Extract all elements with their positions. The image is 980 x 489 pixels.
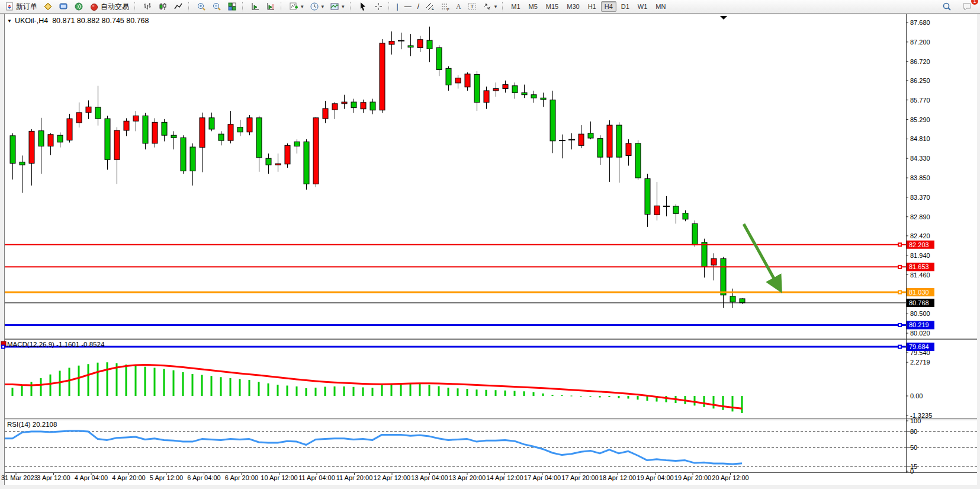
notification-count-badge: 1: [971, 0, 978, 5]
toolbar-separator: [242, 2, 245, 11]
crosshair-icon: [374, 2, 383, 11]
timeframe-button-M30[interactable]: M30: [563, 1, 583, 12]
notifications-button[interactable]: 1: [959, 0, 975, 13]
fibonacci-button[interactable]: F: [438, 0, 453, 13]
new-chart-button[interactable]: ▾: [286, 0, 307, 13]
bar-chart-icon: [143, 2, 152, 11]
autotrading-button[interactable]: 自动交易: [86, 0, 132, 13]
autotrading-icon: [89, 2, 99, 11]
time-axis[interactable]: [5, 472, 977, 484]
chat-bubble-icon: [962, 2, 972, 11]
zoom-out-icon: [212, 2, 221, 11]
text-icon: A: [456, 3, 461, 10]
macd-indicator-label: MACD(12,26,9) -1.1601 -0.8524: [7, 341, 104, 348]
new-order-button[interactable]: 新订单: [2, 0, 40, 13]
auto-scroll-icon: [250, 2, 260, 11]
chart-shift-button[interactable]: [263, 0, 278, 13]
toolbar-separator: [388, 2, 391, 11]
tile-windows-icon: [227, 2, 237, 11]
toolbar-separator: [502, 2, 505, 11]
rsi-pane[interactable]: [5, 420, 906, 472]
cursor-icon: [358, 2, 368, 11]
zoom-in-button[interactable]: [194, 0, 209, 13]
rsi-value: 20.2108: [33, 421, 57, 428]
chart-shift-icon: [266, 2, 275, 11]
timeframe-button-H4[interactable]: H4: [601, 1, 616, 12]
auto-scroll-button[interactable]: [248, 0, 263, 13]
svg-text:F: F: [447, 8, 449, 11]
cursor-button[interactable]: [355, 0, 371, 13]
toolbar-separator: [134, 2, 137, 11]
new-order-icon: [5, 2, 14, 11]
macd-name: MACD(12,26,9): [7, 341, 54, 348]
arrows-icon: [483, 2, 492, 11]
price-axis[interactable]: [907, 14, 977, 472]
text-label-icon: T: [467, 2, 477, 11]
timeframe-button-MN[interactable]: MN: [652, 1, 669, 12]
text-button[interactable]: A: [453, 0, 464, 13]
macd-pane[interactable]: [5, 340, 906, 418]
gold-diamond-icon: [43, 2, 53, 11]
timeframe-button-M15[interactable]: M15: [542, 1, 562, 12]
clock-icon: [310, 2, 319, 11]
broadcast-button[interactable]: [71, 0, 86, 13]
timeframe-button-H1[interactable]: H1: [584, 1, 600, 12]
timeframe-button-W1[interactable]: W1: [634, 1, 651, 12]
zoom-in-icon: [197, 2, 206, 11]
templates-button[interactable]: ▾: [327, 0, 348, 13]
toolbar-separator: [188, 2, 191, 11]
chevron-down-icon: ▾: [322, 4, 324, 9]
macd-values: -1.1601 -0.8524: [56, 341, 104, 348]
search-icon: [942, 2, 952, 11]
window-right-edge: [977, 14, 980, 489]
one-click-trading-arrow[interactable]: ▼: [7, 18, 12, 24]
toolbar-separator: [350, 2, 353, 11]
equidistant-channel-icon: E: [425, 2, 435, 11]
text-label-button[interactable]: T: [464, 0, 480, 13]
bar-chart-button[interactable]: [140, 0, 155, 13]
timeframe-bar: M1M5M15M30H1H4D1W1MN: [507, 1, 669, 12]
svg-text:E: E: [432, 7, 434, 11]
remote-terminal-button[interactable]: [56, 0, 71, 13]
rsi-name: RSI(14): [7, 421, 31, 428]
main-toolbar: 新订单 自动交易 ▾ ▾: [0, 0, 980, 14]
window-bottom-edge: [0, 485, 980, 489]
ohlc-quote-label: 80.871 80.882 80.745 80.768: [52, 17, 149, 25]
svg-text:T: T: [470, 4, 474, 9]
symbol-period-label: UKOil-,H4: [15, 17, 48, 25]
vertical-line-button[interactable]: |: [394, 0, 401, 13]
toolbar-separator: [281, 2, 284, 11]
line-handle-blue-center: [2, 346, 4, 348]
trendline-button[interactable]: /: [415, 0, 422, 13]
equidistant-channel-button[interactable]: E: [422, 0, 438, 13]
horizontal-line-button[interactable]: —: [401, 0, 415, 13]
timeframe-button-M1[interactable]: M1: [507, 1, 523, 12]
search-button[interactable]: [939, 0, 955, 13]
tile-windows-button[interactable]: [224, 0, 240, 13]
crosshair-button[interactable]: [371, 0, 386, 13]
fibonacci-icon: F: [441, 2, 450, 11]
candlestick-chart-icon: [158, 2, 168, 11]
remote-terminal-icon: [59, 2, 68, 11]
zoom-out-button[interactable]: [209, 0, 224, 13]
line-chart-button[interactable]: [171, 0, 186, 13]
main-chart-pane[interactable]: [5, 14, 906, 338]
trendline-icon: /: [417, 3, 419, 10]
timeframe-button-M5[interactable]: M5: [525, 1, 541, 12]
autotrading-label: 自动交易: [101, 2, 129, 12]
timeframe-button-D1[interactable]: D1: [618, 1, 633, 12]
line-chart-icon: [173, 2, 183, 11]
candlestick-chart-button[interactable]: [155, 0, 171, 13]
toolbar-right: 1: [939, 0, 978, 13]
mt4-terminal: { "toolbar": { "new_order_label": "新订单",…: [0, 0, 980, 489]
chart-title: ▼UKOil-,H4 80.871 80.882 80.745 80.768: [7, 17, 149, 25]
vertical-line-icon: |: [397, 3, 399, 10]
chevron-down-icon: ▾: [301, 4, 304, 9]
period-dropdown-button[interactable]: ▾: [307, 0, 327, 13]
rsi-indicator-label: RSI(14) 20.2108: [7, 421, 57, 428]
arrows-button[interactable]: ▾: [480, 0, 500, 13]
broadcast-icon: [74, 2, 83, 11]
horizontal-line-icon: —: [404, 3, 412, 10]
template-icon: [330, 2, 339, 11]
gold-diamond-button[interactable]: [40, 0, 56, 13]
